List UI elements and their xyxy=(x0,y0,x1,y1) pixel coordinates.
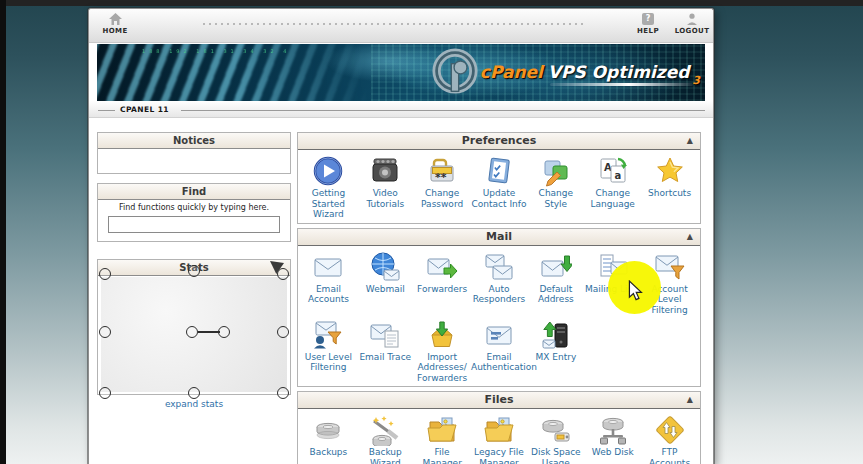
item-change-language[interactable]: Aa Change Language xyxy=(584,155,641,220)
item-disk-space-usage[interactable]: Disk Space Usage xyxy=(527,414,584,464)
help-label: HELP xyxy=(637,27,659,35)
item-label: File Manager xyxy=(414,447,470,464)
item-label: Change Password xyxy=(414,188,470,209)
collapse-arrow-icon[interactable] xyxy=(687,229,693,245)
section-header: Files xyxy=(298,392,700,409)
backups-icon xyxy=(311,414,345,446)
item-getting-started-wizard[interactable]: Getting Started Wizard xyxy=(300,155,357,220)
section-title: Preferences xyxy=(462,134,536,147)
theme-tab-label: cPanel 11 xyxy=(116,105,173,114)
annotation-handle[interactable] xyxy=(277,326,289,338)
default-address-icon xyxy=(539,251,573,283)
item-label: User Level Filtering xyxy=(300,352,356,373)
email-authentication-icon xyxy=(482,319,516,351)
top-border-strip xyxy=(0,0,863,6)
item-backups[interactable]: Backups xyxy=(300,414,357,464)
find-box: Find Find functions quickly by typing he… xyxy=(97,183,291,242)
item-label: Update Contact Info xyxy=(471,188,527,209)
annotation-handle[interactable] xyxy=(186,326,198,338)
annotation-handle[interactable] xyxy=(188,387,200,399)
backup-wizard-icon xyxy=(368,414,402,446)
home-label: HOME xyxy=(102,27,127,35)
annotation-handle[interactable] xyxy=(99,326,111,338)
find-hint: Find functions quickly by typing here. xyxy=(98,203,290,212)
item-video-tutorials[interactable]: Video Tutorials xyxy=(357,155,414,220)
section-icon-grid: Backups Backup Wizard File Manager Legac… xyxy=(298,409,700,464)
item-label: Email Authentication xyxy=(471,352,527,373)
annotation-handle[interactable] xyxy=(99,387,111,399)
expand-stats-link[interactable]: expand stats xyxy=(97,399,291,409)
annotation-handle[interactable] xyxy=(277,268,289,280)
item-update-contact-info[interactable]: Update Contact Info xyxy=(471,155,528,220)
section-header: Mail xyxy=(298,229,700,246)
item-import-addresses-forwarders[interactable]: Import Addresses/ Forwarders xyxy=(414,319,471,384)
file-manager-icon xyxy=(425,414,459,446)
item-change-password[interactable]: ** Change Password xyxy=(414,155,471,220)
product-name: VPS Optimized xyxy=(548,62,690,82)
item-email-authentication[interactable]: Email Authentication xyxy=(471,319,528,384)
svg-text:a: a xyxy=(614,170,621,181)
item-user-level-filtering[interactable]: User Level Filtering xyxy=(300,319,357,384)
item-backup-wizard[interactable]: Backup Wizard xyxy=(357,414,414,464)
theme-tabstrip: cPanel 11 xyxy=(89,101,713,118)
banner-ticker-art: 188 192 181 31 34 32 4 xyxy=(142,48,290,54)
item-label: Disk Space Usage xyxy=(528,447,584,464)
item-label: Change Language xyxy=(585,188,641,209)
logo-swoosh xyxy=(550,83,694,86)
annotation-handle[interactable] xyxy=(188,265,200,277)
item-label: Backups xyxy=(310,447,348,458)
item-mx-entry[interactable]: MX Entry xyxy=(527,319,584,384)
change-password-icon: ** xyxy=(425,155,459,187)
email-trace-icon xyxy=(368,319,402,351)
auto-responders-icon xyxy=(482,251,516,283)
cpanel-banner: 188 192 181 31 34 32 4 cPanel VPS Optimi… xyxy=(97,44,705,101)
cpanel-logo: cPanel VPS Optimized 3 xyxy=(432,47,700,97)
item-ftp-accounts[interactable]: FTP Accounts xyxy=(641,414,698,464)
item-label: Video Tutorials xyxy=(357,188,413,209)
item-file-manager[interactable]: File Manager xyxy=(414,414,471,464)
collapse-arrow-icon[interactable] xyxy=(687,133,693,149)
import-addresses-forwarders-icon xyxy=(425,319,459,351)
item-forwarders[interactable]: Forwarders xyxy=(414,251,471,316)
section-preferences: Preferences Getting Started Wizard Video… xyxy=(297,132,701,224)
ftp-accounts-icon xyxy=(653,414,687,446)
item-label: Auto Responders xyxy=(471,284,527,305)
sidebar: Notices Find Find functions quickly by t… xyxy=(97,132,291,409)
find-header: Find xyxy=(98,184,290,200)
change-language-icon: Aa xyxy=(596,155,630,187)
item-label: Legacy File Manager xyxy=(471,447,527,464)
forwarders-icon xyxy=(425,251,459,283)
section-title: Mail xyxy=(486,230,512,243)
item-shortcuts[interactable]: Shortcuts xyxy=(641,155,698,220)
help-icon: ? xyxy=(642,12,654,26)
help-button[interactable]: ? HELP xyxy=(631,12,665,35)
item-label: Forwarders xyxy=(417,284,467,295)
item-auto-responders[interactable]: Auto Responders xyxy=(471,251,528,316)
item-label: FTP Accounts xyxy=(642,447,698,464)
item-email-accounts[interactable]: Email Accounts xyxy=(300,251,357,316)
item-default-address[interactable]: Default Address xyxy=(527,251,584,316)
item-webmail[interactable]: Webmail xyxy=(357,251,414,316)
logout-label: LOGOUT xyxy=(675,27,710,35)
annotation-handle[interactable] xyxy=(277,387,289,399)
disk-space-usage-icon xyxy=(539,414,573,446)
item-web-disk[interactable]: Web Disk xyxy=(584,414,641,464)
collapse-arrow-icon[interactable] xyxy=(687,392,693,408)
update-contact-info-icon xyxy=(482,155,516,187)
user-level-filtering-icon xyxy=(311,319,345,351)
tab-line-left xyxy=(98,110,115,111)
stats-box: Stats xyxy=(97,259,291,395)
item-label: Getting Started Wizard xyxy=(300,188,356,220)
item-email-trace[interactable]: Email Trace xyxy=(357,319,414,384)
section-title: Files xyxy=(484,393,513,406)
find-input[interactable] xyxy=(108,216,280,233)
item-label: Change Style xyxy=(528,188,584,209)
change-style-icon xyxy=(539,155,573,187)
annotation-handle[interactable] xyxy=(99,268,111,280)
home-button[interactable]: HOME xyxy=(98,12,132,35)
notices-header: Notices xyxy=(98,133,290,149)
item-legacy-file-manager[interactable]: Legacy File Manager xyxy=(471,414,528,464)
item-change-style[interactable]: Change Style xyxy=(527,155,584,220)
logout-button[interactable]: LOGOUT xyxy=(675,12,709,35)
item-label: MX Entry xyxy=(535,352,576,363)
